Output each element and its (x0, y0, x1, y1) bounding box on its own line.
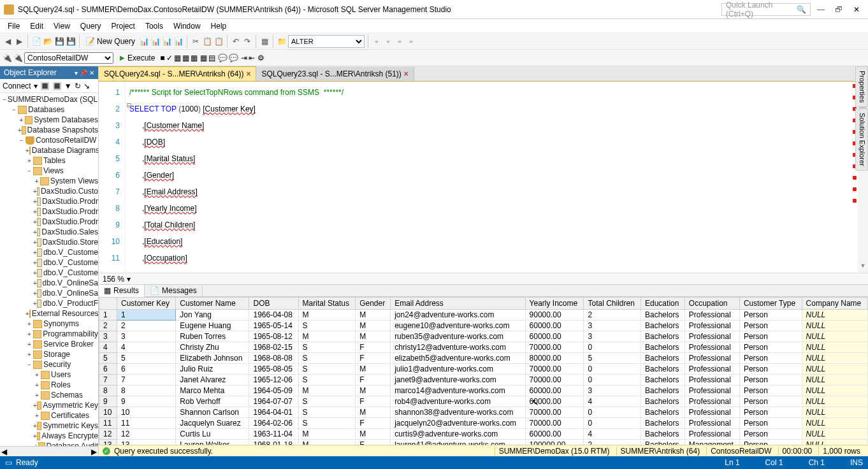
code-area[interactable]: /****** Script for SelectTopNRows comman… (126, 82, 868, 273)
table-row[interactable]: 33Ruben Torres1965-08-12MMruben35@advent… (99, 331, 868, 342)
cell[interactable]: 60000.00 (525, 386, 584, 396)
cell[interactable]: 3 (584, 321, 641, 331)
results-grid-wrap[interactable]: Customer KeyCustomer NameDOBMarital Stat… (99, 297, 868, 445)
col-header[interactable]: Education (641, 298, 685, 310)
results-text-icon[interactable]: ▤ (208, 54, 215, 62)
cell[interactable]: NULL (802, 364, 867, 375)
cell[interactable]: 60000.00 (525, 396, 584, 407)
col-header[interactable]: Company Name (802, 298, 867, 310)
side-tab-solution-explorer[interactable]: Solution Explorer (855, 108, 868, 171)
cell[interactable]: 1968-02-15 (249, 342, 298, 353)
undo-icon[interactable]: ↶ (231, 36, 241, 47)
uncomment-icon[interactable]: 💬 (229, 54, 238, 62)
scroll-right-icon[interactable]: ▶ (91, 447, 97, 456)
cell[interactable]: NULL (802, 310, 867, 321)
plan-icon[interactable]: ▦ (174, 54, 181, 62)
tree-node[interactable]: +Database Snapshots (0, 125, 98, 135)
back-icon[interactable]: ◀ (3, 36, 13, 47)
parse-icon[interactable]: ✓ (166, 54, 173, 62)
cell[interactable]: Julio Ruiz (176, 364, 249, 375)
save-icon[interactable]: 💾 (54, 36, 64, 47)
cell[interactable]: M (298, 310, 356, 321)
cell[interactable]: 3 (584, 386, 641, 396)
results-grid-icon[interactable]: ▦ (200, 54, 207, 62)
results-tab[interactable]: ▦ Results (99, 285, 145, 297)
cell[interactable]: Bachelors (641, 353, 685, 364)
script-combo[interactable]: ALTER (288, 35, 365, 48)
cell[interactable]: NULL (802, 396, 867, 407)
tree-node[interactable]: +dbo.V_OnlineSa (0, 278, 98, 288)
cell[interactable]: 5 (584, 353, 641, 364)
cell[interactable]: 2 (99, 321, 117, 331)
cell[interactable]: NULL (802, 331, 867, 342)
doc-tab[interactable]: SQLQuery24.sql - S...MER\Antriksh (64))× (99, 66, 256, 81)
messages-tab[interactable]: 📄 Messages (145, 285, 203, 296)
forward-icon[interactable]: ▶ (14, 36, 24, 47)
cell[interactable]: Person (739, 310, 802, 321)
cell[interactable]: NULL (802, 407, 867, 418)
cell[interactable]: NULL (802, 429, 867, 440)
cell[interactable]: Person (739, 364, 802, 375)
comment-icon[interactable]: 💬 (218, 54, 228, 62)
menu-project[interactable]: Project (106, 20, 140, 32)
cell[interactable]: Bachelors (641, 321, 685, 331)
cell[interactable]: S (298, 396, 356, 407)
cell[interactable]: 1964-07-07 (249, 396, 298, 407)
disconnect-icon[interactable]: 🔌 (3, 54, 12, 62)
table-row[interactable]: 55Elizabeth Johnson1968-08-08SFelizabeth… (99, 353, 868, 364)
cell[interactable]: M (356, 407, 391, 418)
tree-node[interactable]: +dbo.V_Custome (0, 247, 98, 257)
cell[interactable]: 1968-08-08 (249, 353, 298, 364)
copy-icon[interactable]: 📋 (202, 36, 212, 47)
cell[interactable]: Rob Verhoff (176, 396, 249, 407)
cell[interactable]: 100000.00 (525, 440, 584, 445)
col-header[interactable] (99, 298, 117, 310)
cell[interactable]: Professional (684, 331, 739, 342)
save-all-icon[interactable]: 💾 (66, 36, 76, 47)
restore-button[interactable]: 🗗 (831, 3, 846, 17)
cell[interactable]: 3 (99, 331, 117, 342)
cell[interactable]: Person (739, 440, 802, 445)
cell[interactable]: Ruben Torres (176, 331, 249, 342)
cell[interactable]: 70000.00 (525, 364, 584, 375)
cell[interactable]: 1965-05-14 (249, 321, 298, 331)
change-conn-icon[interactable]: 🔌 (13, 54, 23, 62)
menu-view[interactable]: View (48, 20, 75, 32)
col-header[interactable]: Customer Type (739, 298, 802, 310)
cell[interactable]: Professional (684, 353, 739, 364)
specify-icon[interactable]: ⚙ (257, 54, 264, 62)
fold-icon[interactable]: ⊟ (127, 101, 131, 110)
cell[interactable]: Bachelors (641, 440, 685, 445)
doc-tab[interactable]: SQLQuery23.sql - S...MER\Antriksh (51))× (256, 67, 414, 81)
cell[interactable]: 10 (99, 407, 117, 418)
cell[interactable]: 8 (117, 386, 176, 396)
table-row[interactable]: 1010Shannon Carlson1964-04-01SMshannon38… (99, 407, 868, 418)
cell[interactable]: 6 (99, 364, 117, 375)
plan-icon2[interactable]: ▦ (182, 54, 189, 62)
tree-node[interactable]: +Synonyms (0, 319, 98, 329)
cell[interactable]: 11 (99, 418, 117, 429)
cell[interactable]: Jacquelyn Suarez (176, 418, 249, 429)
cell[interactable]: 0 (584, 418, 641, 429)
obj-tb-icon2[interactable]: 🔳 (52, 82, 62, 90)
cell[interactable]: Bachelors (641, 331, 685, 342)
tree-root[interactable]: − SUMMER\DemoDax (SQL Serv (0, 94, 98, 105)
cell[interactable]: Management (684, 440, 739, 445)
cell[interactable]: NULL (802, 342, 867, 353)
tree-node[interactable]: +DaxStudio.Store (0, 237, 98, 247)
cell[interactable]: Person (739, 429, 802, 440)
tree-node[interactable]: +Tables (0, 155, 98, 166)
cell[interactable]: Professional (684, 407, 739, 418)
cell[interactable]: NULL (802, 353, 867, 364)
cell[interactable]: 11 (117, 418, 176, 429)
paste-icon[interactable]: 📋 (213, 36, 224, 47)
cell[interactable]: Bachelors (641, 407, 685, 418)
database-combo[interactable]: ContosoRetailDW (24, 52, 113, 64)
scroll-down-icon[interactable]: ▼ (858, 263, 868, 273)
cell[interactable]: 2 (584, 310, 641, 321)
cell[interactable]: 1 (99, 310, 117, 321)
cell[interactable]: 2 (117, 321, 176, 331)
tree-node[interactable]: +Service Broker (0, 339, 98, 349)
cell[interactable]: F (356, 342, 391, 353)
cut-icon[interactable]: ✂ (191, 36, 201, 47)
